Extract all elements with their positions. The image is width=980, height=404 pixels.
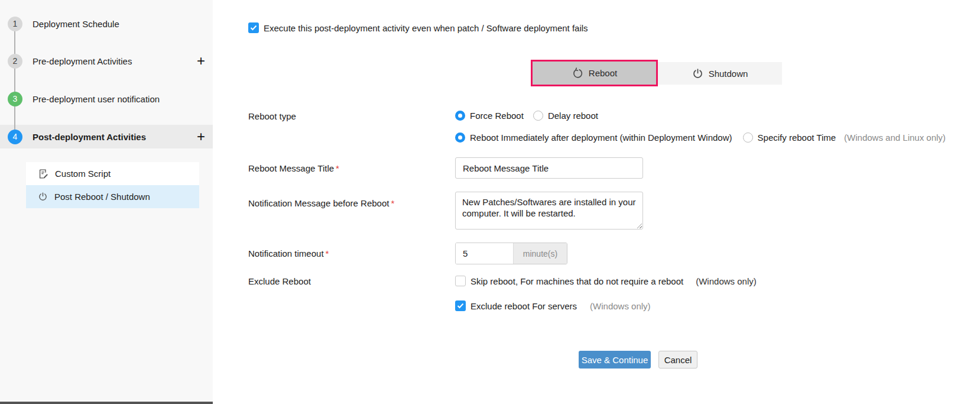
required-asterisk: * bbox=[336, 163, 339, 173]
tab-label: Reboot bbox=[589, 68, 617, 78]
radio-icon bbox=[455, 132, 465, 143]
notification-timeout-label: Notification timeout* bbox=[248, 248, 329, 258]
label-text: Reboot Message Title bbox=[248, 163, 334, 173]
notification-timeout-input[interactable] bbox=[456, 243, 513, 264]
timeout-unit-label: minute(s) bbox=[513, 243, 567, 264]
reboot-type-options-row2: Reboot Immediately after deployment (wit… bbox=[455, 132, 946, 143]
cancel-button[interactable]: Cancel bbox=[658, 351, 697, 369]
step-number-badge: 1 bbox=[8, 17, 22, 31]
skip-reboot-row: Skip reboot, For machines that do not re… bbox=[455, 276, 757, 286]
required-asterisk: * bbox=[326, 248, 329, 258]
label-text: Notification timeout bbox=[248, 248, 324, 258]
script-icon bbox=[38, 169, 48, 179]
check-icon bbox=[250, 25, 257, 31]
radio-icon bbox=[533, 111, 543, 121]
notification-message-label: Notification Message before Reboot* bbox=[248, 198, 394, 208]
save-continue-button[interactable]: Save & Continue bbox=[579, 351, 651, 369]
sidebar-item-pre-deployment-user-notification[interactable]: 3 Pre-deployment user notification bbox=[0, 91, 213, 106]
reboot-type-label: Reboot type bbox=[248, 111, 296, 121]
step-label: Post-deployment Activities bbox=[33, 132, 146, 142]
skip-reboot-label: Skip reboot, For machines that do not re… bbox=[470, 276, 683, 286]
step-label: Pre-deployment user notification bbox=[33, 94, 160, 104]
radio-reboot-immediately[interactable]: Reboot Immediately after deployment (wit… bbox=[455, 132, 732, 143]
tab-reboot[interactable]: Reboot bbox=[531, 60, 658, 86]
exclude-servers-checkbox[interactable] bbox=[455, 300, 466, 311]
shutdown-icon bbox=[692, 68, 703, 79]
exclude-servers-row: Exclude reboot For servers (Windows only… bbox=[455, 300, 651, 311]
radio-force-reboot[interactable]: Force Reboot bbox=[455, 111, 524, 121]
step-number-badge: 4 bbox=[8, 130, 22, 144]
radio-label: Reboot Immediately after deployment (wit… bbox=[470, 132, 732, 143]
radio-label: Force Reboot bbox=[470, 111, 524, 121]
reboot-icon bbox=[572, 67, 583, 79]
step-number-badge: 3 bbox=[8, 92, 22, 106]
tab-label: Shutdown bbox=[709, 69, 748, 79]
reboot-message-title-input[interactable] bbox=[455, 157, 643, 179]
required-asterisk: * bbox=[391, 198, 394, 208]
check-icon bbox=[457, 303, 464, 309]
label-text: Notification Message before Reboot bbox=[248, 198, 389, 208]
platform-note: (Windows only) bbox=[696, 276, 757, 286]
radio-specify-reboot-time[interactable]: Specify reboot Time bbox=[743, 132, 836, 143]
add-icon[interactable]: + bbox=[197, 130, 205, 144]
window-edge bbox=[0, 402, 213, 404]
execute-activity-label: Execute this post-deployment activity ev… bbox=[264, 23, 588, 33]
notification-message-textarea[interactable]: New Patches/Softwares are installed in y… bbox=[455, 192, 643, 230]
sub-item-label: Custom Script bbox=[55, 169, 111, 179]
radio-icon bbox=[455, 111, 465, 121]
exclude-reboot-label: Exclude Reboot bbox=[248, 276, 311, 286]
exclude-servers-label: Exclude reboot For servers bbox=[470, 301, 577, 311]
add-icon[interactable]: + bbox=[197, 54, 205, 68]
sidebar-item-post-reboot-shutdown[interactable]: Post Reboot / Shutdown bbox=[26, 185, 199, 208]
wizard-sidebar: 1 Deployment Schedule 2 Pre-deployment A… bbox=[0, 0, 213, 404]
sidebar-item-deployment-schedule[interactable]: 1 Deployment Schedule bbox=[0, 16, 213, 31]
sub-item-label: Post Reboot / Shutdown bbox=[54, 192, 150, 202]
radio-delay-reboot[interactable]: Delay reboot bbox=[533, 111, 598, 121]
execute-activity-checkbox[interactable] bbox=[248, 22, 259, 33]
power-icon bbox=[38, 192, 48, 202]
radio-label: Delay reboot bbox=[548, 111, 598, 121]
platform-note: (Windows and Linux only) bbox=[844, 132, 946, 143]
radio-icon bbox=[743, 132, 753, 143]
step-connector-line bbox=[14, 24, 15, 138]
execute-activity-row: Execute this post-deployment activity ev… bbox=[248, 22, 588, 33]
step-label: Deployment Schedule bbox=[33, 19, 119, 29]
notification-timeout-field: minute(s) bbox=[455, 243, 567, 264]
radio-label: Specify reboot Time bbox=[758, 132, 836, 143]
sidebar-item-post-deployment-activities[interactable]: 4 Post-deployment Activities + bbox=[0, 125, 213, 148]
skip-reboot-checkbox[interactable] bbox=[455, 276, 466, 286]
tab-shutdown[interactable]: Shutdown bbox=[658, 62, 782, 85]
sidebar-item-custom-script[interactable]: Custom Script bbox=[26, 162, 199, 185]
reboot-message-title-label: Reboot Message Title* bbox=[248, 163, 339, 173]
platform-note: (Windows only) bbox=[590, 301, 651, 311]
reboot-type-options-row1: Force Reboot Delay reboot bbox=[455, 111, 598, 121]
step-label: Pre-deployment Activities bbox=[33, 56, 132, 66]
step-number-badge: 2 bbox=[8, 54, 22, 69]
sidebar-item-pre-deployment-activities[interactable]: 2 Pre-deployment Activities + bbox=[0, 53, 213, 69]
